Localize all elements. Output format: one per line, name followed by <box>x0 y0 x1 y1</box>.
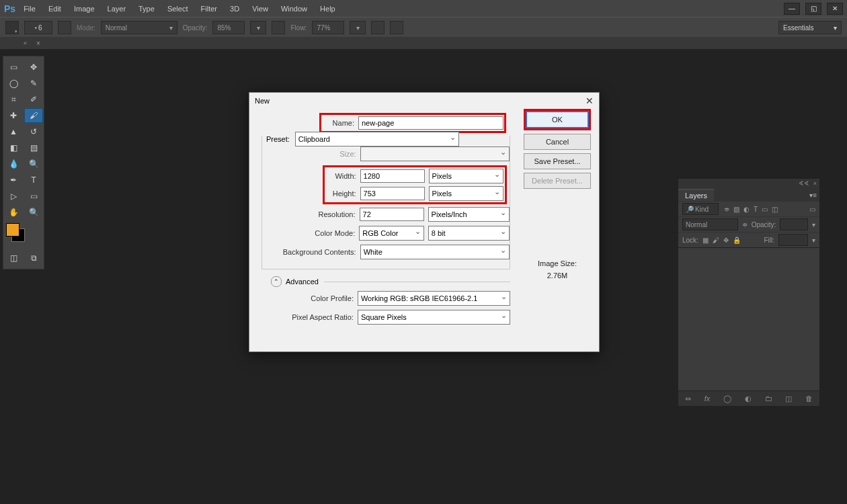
screenmode-icon[interactable]: ⧉ <box>24 251 43 265</box>
workspace-switcher[interactable]: Essentials▾ <box>778 21 842 34</box>
quick-select-tool[interactable]: ✎ <box>24 76 43 91</box>
panel-menu-icon[interactable]: ▾≡ <box>809 192 817 199</box>
lock-all-icon[interactable]: 🔒 <box>733 237 741 244</box>
lock-position-icon[interactable]: ✥ <box>723 237 729 244</box>
foreground-color-swatch[interactable] <box>6 223 19 237</box>
move-tool[interactable]: ▭ <box>4 60 23 75</box>
flow-field[interactable]: 77% <box>312 21 344 34</box>
width-input[interactable] <box>360 169 425 183</box>
minimize-button[interactable]: — <box>784 3 800 15</box>
stamp-tool[interactable]: ▲ <box>4 124 23 139</box>
opacity-field[interactable]: 85% <box>212 21 245 34</box>
hand-tool[interactable]: ✋ <box>4 205 23 220</box>
filter-pixel-icon[interactable]: ▧ <box>733 206 739 213</box>
tabstrip-collapse-icon[interactable]: « <box>0 40 32 46</box>
name-input[interactable] <box>358 116 503 130</box>
blur-tool[interactable]: 💧 <box>4 157 23 171</box>
menu-image[interactable]: Image <box>74 5 95 13</box>
menu-window[interactable]: Window <box>281 5 307 13</box>
panel-collapse-icon[interactable]: ∢∢ <box>799 180 809 187</box>
dialog-buttons: OK Cancel Save Preset... Delete Preset..… <box>524 109 591 189</box>
color-profile-select[interactable]: Working RGB: sRGB IEC61966-2.1 <box>358 291 510 306</box>
color-swatches[interactable] <box>6 223 41 243</box>
preset-select[interactable]: Clipboard <box>295 132 459 146</box>
resolution-input[interactable] <box>360 208 424 221</box>
filter-toggle-icon[interactable]: ▭ <box>809 206 815 213</box>
filter-type-icon[interactable]: T <box>754 206 758 213</box>
layer-mask-icon[interactable]: ◯ <box>723 394 731 403</box>
menu-type[interactable]: Type <box>138 5 155 13</box>
adjustment-layer-icon[interactable]: ◐ <box>745 394 752 403</box>
shape-tool[interactable]: ▭ <box>24 189 43 204</box>
healing-tool[interactable]: ✚ <box>4 108 23 123</box>
new-layer-icon[interactable]: ◫ <box>785 394 792 403</box>
panel-close-icon[interactable]: × <box>813 180 817 187</box>
width-unit-select[interactable]: Pixels <box>429 169 503 183</box>
type-tool[interactable]: T <box>24 173 43 187</box>
menu-file[interactable]: File <box>24 5 36 13</box>
layer-opacity-field[interactable] <box>780 218 808 230</box>
dialog-close-button[interactable]: ✕ <box>586 95 594 106</box>
menu-3d[interactable]: 3D <box>230 5 239 13</box>
layers-tab[interactable]: Layers <box>678 189 714 201</box>
blend-mode-select[interactable]: Normal▾ <box>101 21 177 34</box>
layer-blend-select[interactable]: Normal <box>682 218 738 230</box>
close-window-button[interactable]: ✕ <box>827 3 843 15</box>
brush-panel-toggle-icon[interactable] <box>58 21 71 34</box>
crop-tool[interactable]: ⌗ <box>4 92 23 107</box>
eyedropper-tool[interactable]: ✐ <box>24 92 43 107</box>
ok-button[interactable]: OK <box>526 111 589 128</box>
lasso-tool[interactable]: ◯ <box>4 76 23 91</box>
menu-filter[interactable]: Filter <box>201 5 217 13</box>
layers-panel: ∢∢ × Layers ▾≡ 🔎 Kind ≑ ▧ ◐ T ▭ ◫ ▭ Norm… <box>678 178 820 407</box>
app-logo: Ps <box>4 3 15 14</box>
dodge-tool[interactable]: 🔍 <box>24 157 43 171</box>
filter-shape-icon[interactable]: ▭ <box>762 206 768 213</box>
lock-transparent-icon[interactable]: ▦ <box>702 237 709 244</box>
group-icon[interactable]: 🗀 <box>765 394 772 403</box>
tool-preset-icon[interactable]: ▾ <box>5 21 19 34</box>
maximize-button[interactable]: ◱ <box>805 3 821 15</box>
menu-select[interactable]: Select <box>167 5 188 13</box>
airbrush-icon[interactable] <box>371 21 385 34</box>
new-document-dialog: New ✕ Name: Preset: Clipboard Size: <box>249 92 600 352</box>
color-depth-select[interactable]: 8 bit <box>428 226 510 241</box>
height-input[interactable] <box>360 187 425 200</box>
quickmask-icon[interactable]: ◫ <box>4 251 23 265</box>
pen-tool[interactable]: ✒ <box>4 173 23 187</box>
history-brush-tool[interactable]: ↺ <box>24 124 43 139</box>
flow-stepper[interactable]: ▾ <box>350 21 366 34</box>
resolution-unit-select[interactable]: Pixels/Inch <box>428 207 510 222</box>
pressure-size-icon[interactable] <box>390 21 403 34</box>
menu-layer[interactable]: Layer <box>108 5 126 13</box>
color-mode-select[interactable]: RGB Color <box>359 226 424 241</box>
trash-icon[interactable]: 🗑 <box>805 394 813 403</box>
brush-preset[interactable]: •6 <box>24 21 52 34</box>
pixel-aspect-ratio-select[interactable]: Square Pixels <box>358 310 510 325</box>
artboard-tool[interactable]: ✥ <box>24 60 43 75</box>
path-select-tool[interactable]: ▷ <box>4 189 23 204</box>
layer-fill-field[interactable] <box>778 234 808 246</box>
zoom-tool[interactable]: 🔍 <box>24 205 43 220</box>
opacity-stepper[interactable]: ▾ <box>250 21 266 34</box>
layer-fx-icon[interactable]: fx <box>704 394 711 403</box>
flow-label: Flow: <box>290 24 307 32</box>
menu-help[interactable]: Help <box>320 5 335 13</box>
height-unit-select[interactable]: Pixels <box>429 186 503 201</box>
eraser-tool[interactable]: ◧ <box>4 140 23 155</box>
menu-view[interactable]: View <box>252 5 268 13</box>
brush-tool[interactable]: 🖌 <box>24 108 43 123</box>
menu-edit[interactable]: Edit <box>48 5 61 13</box>
cancel-button[interactable]: Cancel <box>524 134 591 150</box>
pressure-opacity-icon[interactable] <box>272 21 285 34</box>
link-layers-icon[interactable]: ⇔ <box>685 394 691 403</box>
lock-pixels-icon[interactable]: 🖌 <box>713 237 719 244</box>
save-preset-button[interactable]: Save Preset... <box>524 153 591 169</box>
background-contents-select[interactable]: White <box>360 245 510 259</box>
background-contents-label: Background Contents: <box>262 248 360 256</box>
filter-adjust-icon[interactable]: ◐ <box>743 206 750 213</box>
gradient-tool[interactable]: ▤ <box>24 140 43 155</box>
filter-smart-icon[interactable]: ◫ <box>772 206 778 213</box>
tabstrip-close-icon[interactable]: × <box>36 40 40 47</box>
filter-kind-select[interactable]: 🔎 Kind <box>682 203 719 215</box>
